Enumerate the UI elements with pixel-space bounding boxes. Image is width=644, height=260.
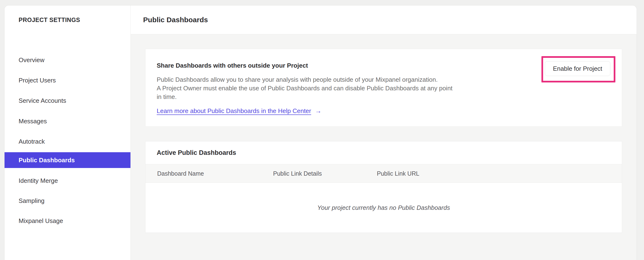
main-content: Share Dashboards with others outside you… [131,34,636,260]
sidebar-item-identity-merge[interactable]: Identity Merge [4,173,130,189]
description-line: Public Dashboards allow you to share you… [157,75,512,84]
empty-state-row: Your project currently has no Public Das… [146,183,622,232]
sidebar-item-mixpanel-usage[interactable]: Mixpanel Usage [4,213,130,229]
enable-for-project-button[interactable]: Enable for Project [545,61,610,76]
description-line: A Project Owner must enable the use of P… [157,84,512,92]
empty-state-message: Your project currently has no Public Das… [317,204,450,211]
project-settings-sidebar: PROJECT SETTINGS Overview Project Users … [4,6,131,260]
active-card-title: Active Public Dashboards [157,149,236,157]
share-card-description: Public Dashboards allow you to share you… [157,75,512,101]
help-center-link[interactable]: Learn more about Public Dashboards in th… [157,107,311,115]
sidebar-title: PROJECT SETTINGS [18,17,80,23]
sidebar-item-overview[interactable]: Overview [4,52,130,68]
description-line: in time. [157,92,512,101]
page-title: Public Dashboards [143,16,208,24]
active-dashboards-card: Active Public Dashboards Dashboard Name … [145,141,622,233]
share-card-heading: Share Dashboards with others outside you… [157,61,512,70]
sidebar-item-autotrack[interactable]: Autotrack [4,134,130,149]
column-header-dashboard-name: Dashboard Name [146,170,273,177]
page-header: Public Dashboards [131,6,636,34]
arrow-right-icon: → [315,107,322,115]
help-center-link-row: Learn more about Public Dashboards in th… [157,107,512,115]
sidebar-item-messages[interactable]: Messages [4,113,130,129]
column-header-public-link-url: Public Link URL [377,170,622,177]
share-dashboards-card: Share Dashboards with others outside you… [145,49,622,127]
sidebar-item-sampling[interactable]: Sampling [4,193,130,209]
column-header-public-link-details: Public Link Details [273,170,377,177]
share-card-text: Share Dashboards with others outside you… [157,61,512,115]
dashboards-table-header: Dashboard Name Public Link Details Publi… [146,164,622,183]
sidebar-item-public-dashboards[interactable]: Public Dashboards [4,152,130,168]
active-card-title-row: Active Public Dashboards [146,142,622,164]
settings-panel: PROJECT SETTINGS Overview Project Users … [4,5,637,260]
sidebar-item-service-accounts[interactable]: Service Accounts [4,93,130,108]
sidebar-item-project-users[interactable]: Project Users [4,72,130,88]
